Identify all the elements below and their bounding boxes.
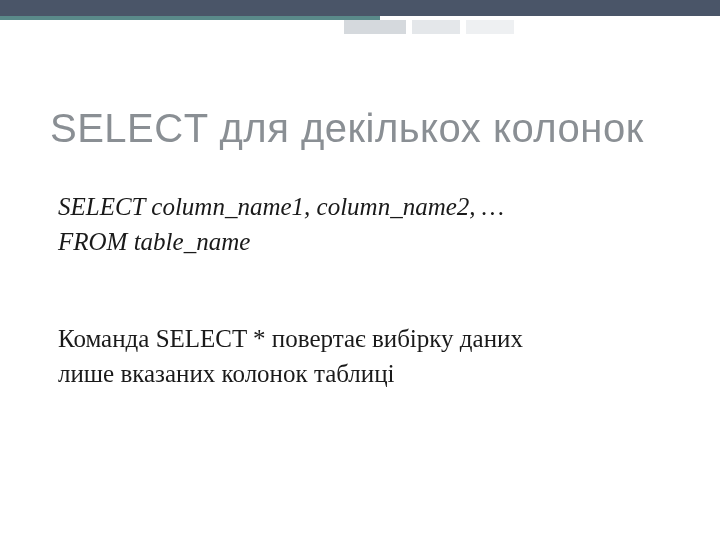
- syntax-line-2: FROM table_name: [58, 224, 670, 259]
- explanation-text: Команда SELECT * повертає вибірку даних …: [58, 321, 670, 391]
- explanation-line-2: лише вказаних колонок таблиці: [58, 356, 670, 391]
- top-accent-bar: [0, 0, 720, 16]
- decorative-block: [412, 20, 460, 34]
- slide-content: SELECT для декількох колонок SELECT colu…: [0, 16, 720, 391]
- decorative-block: [344, 20, 406, 34]
- explanation-line-1: Команда SELECT * повертає вибірку даних: [58, 321, 670, 356]
- decorative-blocks: [344, 20, 520, 34]
- accent-underline: [0, 16, 380, 20]
- slide-title: SELECT для декількох колонок: [50, 106, 670, 151]
- decorative-block: [466, 20, 514, 34]
- syntax-line-1: SELECT column_name1, column_name2, …: [58, 189, 670, 224]
